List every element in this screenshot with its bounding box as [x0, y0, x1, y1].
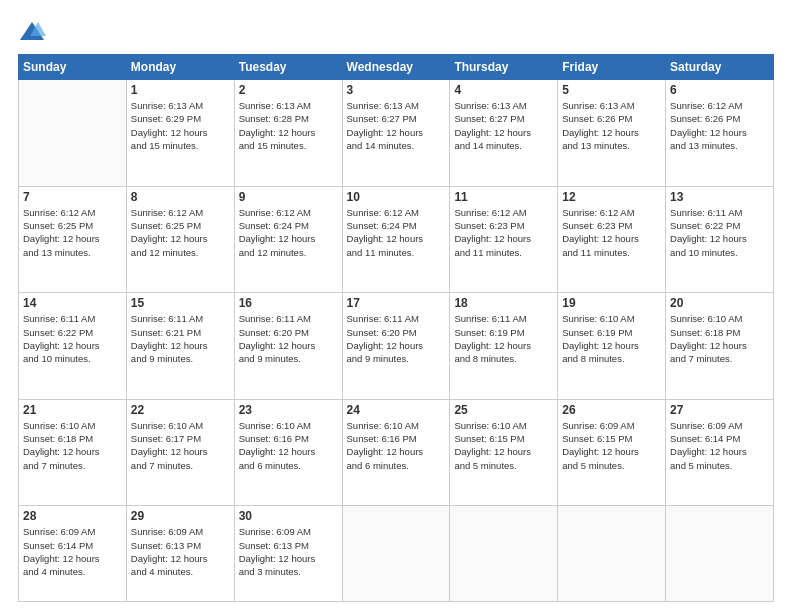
- day-number: 10: [347, 190, 446, 204]
- day-info: Sunrise: 6:11 AM Sunset: 6:22 PM Dayligh…: [670, 206, 769, 259]
- calendar-cell: 28Sunrise: 6:09 AM Sunset: 6:14 PM Dayli…: [19, 506, 127, 602]
- day-info: Sunrise: 6:12 AM Sunset: 6:25 PM Dayligh…: [23, 206, 122, 259]
- day-info: Sunrise: 6:11 AM Sunset: 6:21 PM Dayligh…: [131, 312, 230, 365]
- day-info: Sunrise: 6:10 AM Sunset: 6:16 PM Dayligh…: [347, 419, 446, 472]
- day-number: 28: [23, 509, 122, 523]
- day-number: 27: [670, 403, 769, 417]
- calendar-cell: [450, 506, 558, 602]
- calendar-cell: 8Sunrise: 6:12 AM Sunset: 6:25 PM Daylig…: [126, 186, 234, 293]
- calendar-cell: 27Sunrise: 6:09 AM Sunset: 6:14 PM Dayli…: [666, 399, 774, 506]
- day-number: 22: [131, 403, 230, 417]
- day-number: 30: [239, 509, 338, 523]
- day-number: 6: [670, 83, 769, 97]
- calendar-header: SundayMondayTuesdayWednesdayThursdayFrid…: [19, 55, 774, 80]
- week-row-5: 28Sunrise: 6:09 AM Sunset: 6:14 PM Dayli…: [19, 506, 774, 602]
- day-info: Sunrise: 6:11 AM Sunset: 6:20 PM Dayligh…: [347, 312, 446, 365]
- day-number: 21: [23, 403, 122, 417]
- week-row-3: 14Sunrise: 6:11 AM Sunset: 6:22 PM Dayli…: [19, 293, 774, 400]
- day-number: 29: [131, 509, 230, 523]
- day-info: Sunrise: 6:10 AM Sunset: 6:15 PM Dayligh…: [454, 419, 553, 472]
- day-info: Sunrise: 6:12 AM Sunset: 6:26 PM Dayligh…: [670, 99, 769, 152]
- header-row: SundayMondayTuesdayWednesdayThursdayFrid…: [19, 55, 774, 80]
- day-number: 23: [239, 403, 338, 417]
- header-monday: Monday: [126, 55, 234, 80]
- day-info: Sunrise: 6:09 AM Sunset: 6:13 PM Dayligh…: [239, 525, 338, 578]
- calendar: SundayMondayTuesdayWednesdayThursdayFrid…: [18, 54, 774, 602]
- day-number: 7: [23, 190, 122, 204]
- calendar-cell: [342, 506, 450, 602]
- week-row-4: 21Sunrise: 6:10 AM Sunset: 6:18 PM Dayli…: [19, 399, 774, 506]
- day-info: Sunrise: 6:12 AM Sunset: 6:24 PM Dayligh…: [347, 206, 446, 259]
- calendar-cell: 29Sunrise: 6:09 AM Sunset: 6:13 PM Dayli…: [126, 506, 234, 602]
- calendar-cell: [19, 80, 127, 187]
- calendar-cell: [666, 506, 774, 602]
- calendar-cell: 10Sunrise: 6:12 AM Sunset: 6:24 PM Dayli…: [342, 186, 450, 293]
- day-number: 17: [347, 296, 446, 310]
- calendar-cell: 1Sunrise: 6:13 AM Sunset: 6:29 PM Daylig…: [126, 80, 234, 187]
- calendar-cell: 15Sunrise: 6:11 AM Sunset: 6:21 PM Dayli…: [126, 293, 234, 400]
- day-info: Sunrise: 6:11 AM Sunset: 6:22 PM Dayligh…: [23, 312, 122, 365]
- page-header: [18, 18, 774, 46]
- calendar-cell: 3Sunrise: 6:13 AM Sunset: 6:27 PM Daylig…: [342, 80, 450, 187]
- header-friday: Friday: [558, 55, 666, 80]
- calendar-cell: 13Sunrise: 6:11 AM Sunset: 6:22 PM Dayli…: [666, 186, 774, 293]
- header-saturday: Saturday: [666, 55, 774, 80]
- day-info: Sunrise: 6:13 AM Sunset: 6:27 PM Dayligh…: [347, 99, 446, 152]
- header-sunday: Sunday: [19, 55, 127, 80]
- day-info: Sunrise: 6:10 AM Sunset: 6:17 PM Dayligh…: [131, 419, 230, 472]
- day-number: 5: [562, 83, 661, 97]
- day-info: Sunrise: 6:10 AM Sunset: 6:18 PM Dayligh…: [23, 419, 122, 472]
- calendar-cell: 4Sunrise: 6:13 AM Sunset: 6:27 PM Daylig…: [450, 80, 558, 187]
- day-info: Sunrise: 6:09 AM Sunset: 6:14 PM Dayligh…: [670, 419, 769, 472]
- calendar-cell: 22Sunrise: 6:10 AM Sunset: 6:17 PM Dayli…: [126, 399, 234, 506]
- day-info: Sunrise: 6:10 AM Sunset: 6:18 PM Dayligh…: [670, 312, 769, 365]
- day-number: 3: [347, 83, 446, 97]
- calendar-cell: 7Sunrise: 6:12 AM Sunset: 6:25 PM Daylig…: [19, 186, 127, 293]
- calendar-cell: 23Sunrise: 6:10 AM Sunset: 6:16 PM Dayli…: [234, 399, 342, 506]
- header-thursday: Thursday: [450, 55, 558, 80]
- calendar-cell: 16Sunrise: 6:11 AM Sunset: 6:20 PM Dayli…: [234, 293, 342, 400]
- day-info: Sunrise: 6:12 AM Sunset: 6:25 PM Dayligh…: [131, 206, 230, 259]
- calendar-cell: 26Sunrise: 6:09 AM Sunset: 6:15 PM Dayli…: [558, 399, 666, 506]
- calendar-cell: 30Sunrise: 6:09 AM Sunset: 6:13 PM Dayli…: [234, 506, 342, 602]
- day-number: 4: [454, 83, 553, 97]
- day-number: 26: [562, 403, 661, 417]
- day-number: 1: [131, 83, 230, 97]
- calendar-cell: 25Sunrise: 6:10 AM Sunset: 6:15 PM Dayli…: [450, 399, 558, 506]
- calendar-cell: 24Sunrise: 6:10 AM Sunset: 6:16 PM Dayli…: [342, 399, 450, 506]
- calendar-body: 1Sunrise: 6:13 AM Sunset: 6:29 PM Daylig…: [19, 80, 774, 602]
- day-info: Sunrise: 6:11 AM Sunset: 6:20 PM Dayligh…: [239, 312, 338, 365]
- day-number: 18: [454, 296, 553, 310]
- header-tuesday: Tuesday: [234, 55, 342, 80]
- calendar-cell: 18Sunrise: 6:11 AM Sunset: 6:19 PM Dayli…: [450, 293, 558, 400]
- day-info: Sunrise: 6:09 AM Sunset: 6:14 PM Dayligh…: [23, 525, 122, 578]
- day-info: Sunrise: 6:11 AM Sunset: 6:19 PM Dayligh…: [454, 312, 553, 365]
- day-info: Sunrise: 6:13 AM Sunset: 6:26 PM Dayligh…: [562, 99, 661, 152]
- calendar-cell: 21Sunrise: 6:10 AM Sunset: 6:18 PM Dayli…: [19, 399, 127, 506]
- day-number: 11: [454, 190, 553, 204]
- day-number: 13: [670, 190, 769, 204]
- day-number: 24: [347, 403, 446, 417]
- day-info: Sunrise: 6:13 AM Sunset: 6:27 PM Dayligh…: [454, 99, 553, 152]
- day-info: Sunrise: 6:09 AM Sunset: 6:13 PM Dayligh…: [131, 525, 230, 578]
- header-wednesday: Wednesday: [342, 55, 450, 80]
- day-number: 2: [239, 83, 338, 97]
- calendar-cell: 14Sunrise: 6:11 AM Sunset: 6:22 PM Dayli…: [19, 293, 127, 400]
- day-number: 8: [131, 190, 230, 204]
- logo: [18, 18, 50, 46]
- calendar-cell: 11Sunrise: 6:12 AM Sunset: 6:23 PM Dayli…: [450, 186, 558, 293]
- day-info: Sunrise: 6:13 AM Sunset: 6:28 PM Dayligh…: [239, 99, 338, 152]
- day-info: Sunrise: 6:10 AM Sunset: 6:16 PM Dayligh…: [239, 419, 338, 472]
- day-number: 16: [239, 296, 338, 310]
- calendar-cell: 19Sunrise: 6:10 AM Sunset: 6:19 PM Dayli…: [558, 293, 666, 400]
- calendar-cell: 9Sunrise: 6:12 AM Sunset: 6:24 PM Daylig…: [234, 186, 342, 293]
- calendar-cell: 20Sunrise: 6:10 AM Sunset: 6:18 PM Dayli…: [666, 293, 774, 400]
- day-info: Sunrise: 6:12 AM Sunset: 6:23 PM Dayligh…: [562, 206, 661, 259]
- day-number: 19: [562, 296, 661, 310]
- day-number: 12: [562, 190, 661, 204]
- day-number: 9: [239, 190, 338, 204]
- day-info: Sunrise: 6:12 AM Sunset: 6:24 PM Dayligh…: [239, 206, 338, 259]
- week-row-2: 7Sunrise: 6:12 AM Sunset: 6:25 PM Daylig…: [19, 186, 774, 293]
- day-info: Sunrise: 6:09 AM Sunset: 6:15 PM Dayligh…: [562, 419, 661, 472]
- calendar-cell: 2Sunrise: 6:13 AM Sunset: 6:28 PM Daylig…: [234, 80, 342, 187]
